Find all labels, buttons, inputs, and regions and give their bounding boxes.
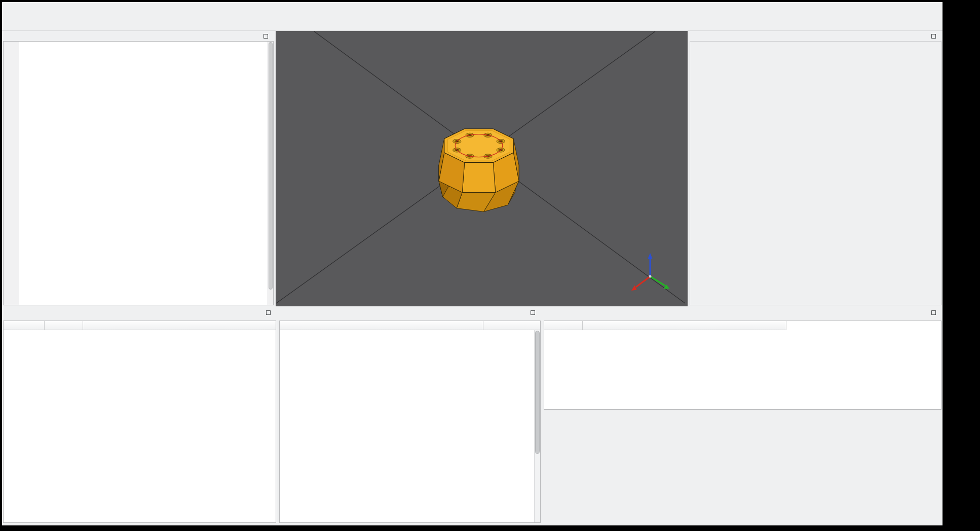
inspector-scrollbar[interactable] [534,330,540,522]
traceback-panel [2,307,277,524]
viewport-3d[interactable] [276,31,688,306]
cad-model[interactable] [439,129,519,211]
editor-scrollbar[interactable] [268,42,273,305]
variables-panel [543,307,943,524]
app-window [2,2,943,525]
column-header-type[interactable] [583,321,622,330]
column-header-type[interactable] [280,321,483,330]
float-panel-icon[interactable] [266,310,271,315]
traceback-table [3,321,276,523]
variables-table-header [544,321,941,330]
inspector-panel-titlebar [278,307,542,317]
float-panel-icon[interactable] [931,34,936,39]
editor-gutter [4,42,19,305]
editor-panel-titlebar [2,31,275,41]
traceback-table-header [4,321,276,330]
viewport-scene [276,31,688,306]
scrollbar-thumb[interactable] [269,42,273,290]
column-header-code[interactable] [83,321,276,330]
objects-panel-titlebar [689,31,943,41]
column-header-name[interactable] [544,321,583,330]
scrollbar-thumb[interactable] [535,331,540,454]
variables-panel-titlebar [543,307,943,317]
inspector-table-header [280,321,540,330]
inspector-table [279,321,541,523]
objects-panel [689,31,943,306]
inspector-rows [280,330,534,522]
objects-panel-body [690,41,941,305]
float-panel-icon[interactable] [263,34,268,39]
traceback-panel-titlebar [2,307,277,317]
column-header-file[interactable] [4,321,45,330]
float-panel-icon[interactable] [531,310,535,315]
inspector-panel [278,307,542,524]
float-panel-icon[interactable] [931,310,936,315]
code-editor[interactable] [3,41,274,305]
column-header-value[interactable] [622,321,786,330]
toolbar [2,14,943,31]
menu-bar [2,2,943,14]
editor-panel [2,31,275,306]
variables-table [544,321,941,410]
column-header-value[interactable] [483,321,540,330]
axes-triad [631,253,669,291]
column-header-line[interactable] [45,321,83,330]
